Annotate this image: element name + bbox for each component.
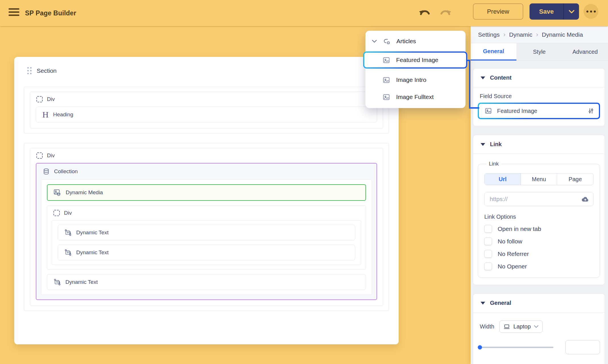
general-section-header[interactable]: General (473, 294, 605, 313)
section-card[interactable]: Section Div H Heading (14, 57, 399, 344)
option-label: Open in new tab (498, 226, 541, 232)
breadcrumb: Settings › Dynamic › Dynamic Media (471, 26, 608, 43)
breadcrumb-separator: › (536, 31, 538, 38)
dropdown-item-label: Featured Image (396, 57, 438, 63)
tab-general[interactable]: General (471, 43, 516, 61)
section-label: Section (37, 67, 57, 74)
div-element-2[interactable]: Div Collection (30, 148, 383, 306)
collection-label: Collection (54, 168, 78, 175)
app-title: SP Page Builder (25, 0, 76, 26)
div-icon (36, 96, 43, 102)
dynamic-text-icon (53, 278, 61, 286)
image-icon (485, 107, 492, 115)
link-section-header[interactable]: Link (473, 135, 605, 154)
div-label: Div (64, 210, 72, 216)
dropdown-item-image-intro[interactable]: Image Intro (365, 71, 466, 88)
cloud-upload-icon[interactable] (581, 196, 589, 202)
tab-style[interactable]: Style (516, 43, 562, 61)
collapse-triangle-icon (481, 143, 485, 146)
connector-line (469, 60, 470, 109)
content-section-header[interactable]: Content (473, 69, 605, 87)
width-label: Width (480, 323, 494, 330)
div-icon (36, 152, 43, 159)
link-type-page[interactable]: Page (557, 173, 593, 185)
no-follow-checkbox[interactable] (484, 237, 492, 245)
image-icon (382, 93, 390, 101)
chevron-down-icon (372, 40, 377, 43)
dropdown-item-featured-image-selected[interactable]: Featured Image (363, 51, 467, 69)
drag-handle-icon[interactable] (27, 67, 32, 74)
preview-button[interactable]: Preview (473, 3, 523, 20)
dynamic-text-label: Dynamic Text (65, 279, 98, 285)
link-type-segmented-control: Url Menu Page (484, 173, 593, 185)
option-open-new-tab[interactable]: Open in new tab (484, 225, 593, 233)
row-container-2[interactable]: Div Collection (24, 143, 389, 311)
dynamic-text-element-3[interactable]: Dynamic Text (47, 274, 366, 290)
collection-element[interactable]: Collection Dy (36, 163, 377, 300)
content-section: Content Field Source Featured Image (473, 68, 605, 126)
image-icon (382, 56, 390, 64)
option-no-referrer[interactable]: No Referrer (484, 250, 593, 258)
image-icon (382, 76, 390, 84)
breadcrumb-settings[interactable]: Settings (478, 31, 500, 38)
width-device-select[interactable]: Laptop (499, 320, 543, 333)
undo-icon[interactable] (419, 8, 431, 18)
width-value-input[interactable] (565, 340, 600, 354)
field-source-select[interactable]: Featured Image (478, 103, 600, 119)
div-element-3[interactable]: Div (47, 205, 366, 270)
link-type-menu[interactable]: Menu (521, 173, 557, 185)
breadcrumb-dynamic-media[interactable]: Dynamic Media (542, 31, 583, 38)
dropdown-item-label: Image Fulltext (396, 94, 434, 100)
option-label: No Referrer (498, 251, 529, 257)
dropdown-group-articles[interactable]: Articles (365, 33, 466, 49)
dropdown-item-image-fulltext[interactable]: Image Fulltext (365, 88, 466, 106)
dropdown-item-label: Image Intro (396, 76, 426, 83)
div-element-1[interactable]: Div H Heading (30, 92, 383, 129)
link-section-title: Link (490, 141, 502, 148)
collapse-triangle-icon (481, 76, 485, 79)
connector-line (469, 107, 479, 109)
section-header: Section (27, 67, 389, 74)
heading-icon: H (42, 110, 49, 119)
collapse-triangle-icon (481, 302, 485, 305)
heading-element[interactable]: H Heading (36, 107, 377, 123)
no-referrer-checkbox[interactable] (484, 250, 492, 258)
sliders-icon[interactable] (588, 107, 594, 115)
div-header: Div (30, 148, 383, 163)
link-type-url[interactable]: Url (485, 173, 521, 185)
breadcrumb-dynamic[interactable]: Dynamic (509, 31, 532, 38)
hamburger-icon[interactable] (9, 8, 19, 18)
open-new-tab-checkbox[interactable] (484, 225, 492, 233)
row-container-1[interactable]: Div H Heading (24, 87, 389, 133)
settings-panel: Settings › Dynamic › Dynamic Media Gener… (471, 26, 608, 364)
dynamic-text-element-1[interactable]: Dynamic Text (58, 225, 355, 241)
collection-header: Collection (36, 164, 377, 179)
link-node-icon (383, 38, 390, 45)
width-slider[interactable] (480, 347, 553, 348)
link-fieldset: Link Url Menu Page (478, 161, 600, 278)
redo-icon[interactable] (439, 8, 452, 18)
width-slider-thumb[interactable] (478, 345, 482, 349)
breadcrumb-separator: › (503, 31, 505, 38)
save-button[interactable]: Save (530, 3, 563, 20)
dropdown-group-label: Articles (396, 38, 416, 45)
field-source-dropdown: Articles Featured Image Image Intro (365, 31, 466, 108)
dynamic-text-label: Dynamic Text (76, 229, 109, 236)
url-input[interactable] (486, 196, 581, 202)
tab-advanced[interactable]: Advanced (562, 43, 608, 61)
save-dropdown-chevron-icon[interactable] (564, 3, 579, 20)
page-builder-screen: SP Page Builder Preview Save (0, 0, 608, 364)
no-opener-checkbox[interactable] (484, 262, 492, 270)
more-options-icon[interactable] (584, 4, 598, 19)
general-section: General Width Laptop (473, 293, 605, 364)
link-section: Link Link Url Menu Page (473, 135, 605, 285)
option-no-opener[interactable]: No Opener (484, 262, 593, 270)
panel-tabs: General Style Advanced (471, 43, 608, 61)
div-icon (53, 210, 60, 216)
dynamic-media-element[interactable]: Dynamic Media (47, 184, 366, 201)
option-no-follow[interactable]: No follow (484, 237, 593, 245)
laptop-icon (503, 324, 510, 330)
field-source-value: Featured Image (497, 108, 582, 114)
dynamic-media-label: Dynamic Media (66, 189, 103, 196)
dynamic-text-element-2[interactable]: Dynamic Text (58, 245, 355, 260)
